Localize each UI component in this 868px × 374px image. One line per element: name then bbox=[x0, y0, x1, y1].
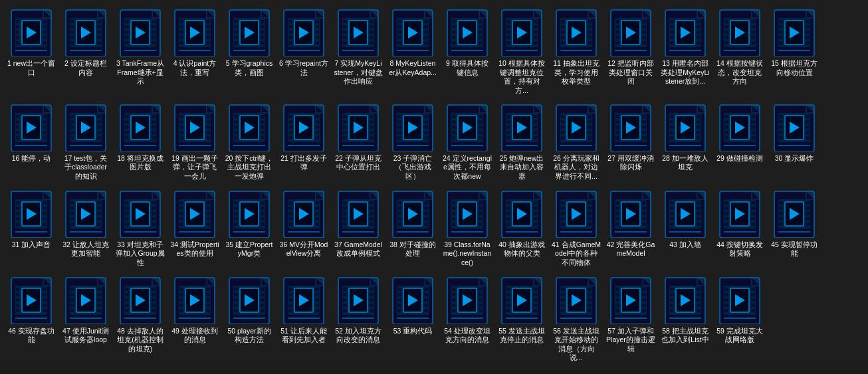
file-item-5[interactable]: 5 学习graphics类，画图 bbox=[222, 4, 276, 99]
file-item-4[interactable]: 4 认识paint方法，重写 bbox=[167, 4, 222, 99]
file-item-30[interactable]: 30 显示爆炸 bbox=[767, 99, 821, 185]
file-item-12[interactable]: 12 把监听内部类处理窗口关闭 bbox=[603, 4, 658, 99]
file-item-32[interactable]: 32 让敌人坦克更加智能 bbox=[58, 185, 113, 272]
file-item-26[interactable]: 26 分离玩家和机器人，对边界进行不同... bbox=[549, 99, 603, 185]
svg-rect-382 bbox=[424, 126, 428, 129]
file-item-23[interactable]: 23 子弹消亡（飞出游戏区） bbox=[385, 99, 440, 185]
file-label: 28 加一堆敌人坦克 bbox=[661, 154, 710, 172]
file-item-10[interactable]: 10 根据具体按键调整坦克位置，持有对方... bbox=[494, 4, 549, 99]
file-item-40[interactable]: 40 抽象出游戏物体的父类 bbox=[494, 185, 549, 272]
svg-rect-447 bbox=[615, 120, 619, 124]
file-item-45[interactable]: 45 实现暂停功能 bbox=[767, 185, 821, 272]
file-item-15[interactable]: 15 根据坦克方向移动位置 bbox=[767, 4, 821, 99]
file-item-3[interactable]: 3 TankFrame从Frame继承+显示 bbox=[113, 4, 167, 99]
svg-rect-406 bbox=[451, 145, 483, 146]
file-item-48[interactable]: 48 去掉敌人的坦克(机器控制的坦克) bbox=[113, 272, 167, 367]
file-item-27[interactable]: 27 用双缓冲消除闪烁 bbox=[603, 99, 658, 185]
svg-rect-942 bbox=[561, 298, 565, 302]
file-item-24[interactable]: 24 定义rectangle属性，不用每次都new bbox=[440, 99, 494, 185]
file-item-49[interactable]: 49 处理接收到的消息 bbox=[167, 272, 222, 367]
file-item-25[interactable]: 25 炮弹new出来自动加入容器 bbox=[494, 99, 549, 185]
svg-rect-857 bbox=[288, 298, 292, 302]
file-item-53[interactable]: 53 重构代码 bbox=[385, 272, 440, 367]
file-item-1[interactable]: 1 new出一个窗口 bbox=[4, 4, 58, 99]
file-label: 9 取得具体按键信息 bbox=[443, 59, 492, 77]
file-item-2[interactable]: 2 设定标题栏内容 bbox=[58, 4, 113, 99]
file-icon bbox=[337, 190, 380, 238]
svg-rect-923 bbox=[506, 293, 510, 296]
file-item-17[interactable]: 17 test包，关于classloader的知识 bbox=[58, 99, 113, 185]
svg-rect-807 bbox=[152, 298, 156, 302]
file-item-22[interactable]: 22 子弹从坦克中心位置打出 bbox=[331, 99, 385, 185]
file-item-13[interactable]: 13 用匿名内部类处理MyKeyListener放到... bbox=[658, 4, 712, 99]
file-item-56[interactable]: 56 发送主战坦克开始移动的消息（方向说... bbox=[549, 272, 603, 367]
file-item-28[interactable]: 28 加一堆敌人坦克 bbox=[658, 99, 712, 185]
file-item-50[interactable]: 50 player新的构造方法 bbox=[222, 272, 276, 367]
svg-rect-146 bbox=[479, 36, 483, 39]
file-item-54[interactable]: 54 处理改变坦克方向的消息 bbox=[440, 272, 494, 367]
svg-rect-298 bbox=[125, 131, 129, 134]
svg-rect-845 bbox=[261, 309, 265, 312]
file-item-20[interactable]: 20 按下ctrl键，主战坦克打出一发炮弹 bbox=[222, 99, 276, 185]
file-item-19[interactable]: 19 画出一颗子弹，让子弹飞一会儿 bbox=[167, 99, 222, 185]
file-item-47[interactable]: 47 使用Junit测试服务器loop bbox=[58, 272, 113, 367]
file-item-33[interactable]: 33 对坦克和子弹加入Group属性 bbox=[113, 185, 167, 272]
file-item-11[interactable]: 11 抽象出坦克类，学习使用枚举类型 bbox=[549, 4, 603, 99]
svg-rect-212 bbox=[697, 31, 701, 34]
svg-rect-259 bbox=[43, 115, 47, 118]
file-item-38[interactable]: 38 对于碰撞的处理 bbox=[385, 185, 440, 272]
svg-rect-28 bbox=[70, 41, 74, 45]
svg-rect-78 bbox=[261, 36, 265, 39]
file-item-59[interactable]: 59 完成坦克大战网络版 bbox=[712, 272, 767, 367]
svg-rect-530 bbox=[70, 201, 74, 205]
svg-rect-994 bbox=[751, 298, 755, 302]
file-icon bbox=[228, 276, 271, 324]
file-item-7[interactable]: 7 实现MyKeyListener，对键盘作出响应 bbox=[331, 4, 385, 99]
file-item-29[interactable]: 29 做碰撞检测 bbox=[712, 99, 767, 185]
svg-rect-57 bbox=[206, 25, 210, 29]
svg-rect-861 bbox=[288, 309, 292, 312]
file-item-34[interactable]: 34 测试Properties类的使用 bbox=[167, 185, 222, 272]
svg-rect-140 bbox=[479, 20, 483, 23]
svg-rect-350 bbox=[315, 131, 319, 134]
file-label: 26 分离玩家和机器人，对边界进行不同... bbox=[552, 154, 601, 181]
file-item-39[interactable]: 39 Class.forName().newInstance() bbox=[440, 185, 494, 272]
file-item-43[interactable]: 43 加入墙 bbox=[658, 185, 712, 272]
file-item-21[interactable]: 21 打出多发子弹 bbox=[276, 99, 331, 185]
svg-rect-837 bbox=[261, 288, 265, 291]
svg-rect-927 bbox=[506, 304, 510, 307]
svg-rect-66 bbox=[179, 50, 211, 51]
file-item-8[interactable]: 8 MyKeyListener从KeyAdap... bbox=[385, 4, 440, 99]
file-item-51[interactable]: 51 让后来人能看到先加入者 bbox=[276, 272, 331, 367]
svg-rect-312 bbox=[206, 120, 210, 124]
svg-rect-440 bbox=[560, 145, 592, 146]
file-item-6[interactable]: 6 学习repaint方法 bbox=[276, 4, 331, 99]
file-item-55[interactable]: 55 发送主战坦克停止的消息 bbox=[494, 272, 549, 367]
file-item-42[interactable]: 42 完善美化GameModel bbox=[603, 185, 658, 272]
file-item-57[interactable]: 57 加入子弹和Player的撞击逻辑 bbox=[603, 272, 658, 367]
svg-rect-42 bbox=[152, 31, 156, 34]
svg-rect-674 bbox=[506, 223, 510, 226]
file-icon bbox=[555, 276, 597, 324]
file-item-31[interactable]: 31 加入声音 bbox=[4, 185, 58, 272]
svg-rect-828 bbox=[206, 309, 210, 312]
file-item-52[interactable]: 52 加入坦克方向改变的消息 bbox=[331, 272, 385, 367]
svg-rect-685 bbox=[561, 207, 565, 210]
svg-rect-55 bbox=[206, 20, 210, 23]
file-item-9[interactable]: 9 取得具体按键信息 bbox=[440, 4, 494, 99]
file-item-18[interactable]: 18 将坦克换成图片版 bbox=[113, 99, 167, 185]
svg-rect-686 bbox=[588, 207, 592, 210]
file-item-58[interactable]: 58 把主战坦克也加入到List中 bbox=[658, 272, 712, 367]
file-icon bbox=[337, 104, 380, 151]
file-item-41[interactable]: 41 合成GameModel中的各种不同物体 bbox=[549, 185, 603, 272]
file-item-36[interactable]: 36 MV分开ModelView分离 bbox=[276, 185, 331, 272]
file-item-16[interactable]: 16 能停，动 bbox=[4, 99, 58, 185]
svg-rect-568 bbox=[179, 212, 183, 215]
svg-rect-773 bbox=[43, 298, 47, 302]
file-item-35[interactable]: 35 建立PropertyMgr类 bbox=[222, 185, 276, 272]
file-item-46[interactable]: 46 实现存盘功能 bbox=[4, 272, 58, 367]
file-item-37[interactable]: 37 GameModel改成单例模式 bbox=[331, 185, 385, 272]
file-item-14[interactable]: 14 根据按键状态，改变坦克方向 bbox=[712, 4, 767, 99]
file-item-44[interactable]: 44 按键切换发射策略 bbox=[712, 185, 767, 272]
svg-rect-368 bbox=[343, 136, 347, 140]
